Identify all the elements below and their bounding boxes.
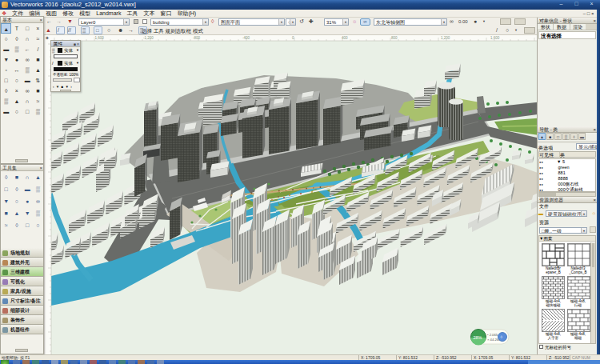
svg-text:-400: -400	[242, 36, 250, 40]
svg-text:28%: 28%	[474, 335, 482, 340]
svg-text:1,200: 1,200	[441, 36, 450, 40]
svg-text:-800: -800	[193, 36, 201, 40]
svg-text:400: 400	[342, 36, 348, 40]
svg-text:800: 800	[391, 36, 398, 40]
svg-text:✦: ✦	[45, 35, 50, 41]
svg-text:• 2.065: • 2.065	[487, 333, 498, 337]
svg-text:-1,600: -1,600	[94, 36, 104, 40]
svg-text:-1,200: -1,200	[143, 36, 154, 40]
svg-text:1,600: 1,600	[490, 36, 500, 40]
